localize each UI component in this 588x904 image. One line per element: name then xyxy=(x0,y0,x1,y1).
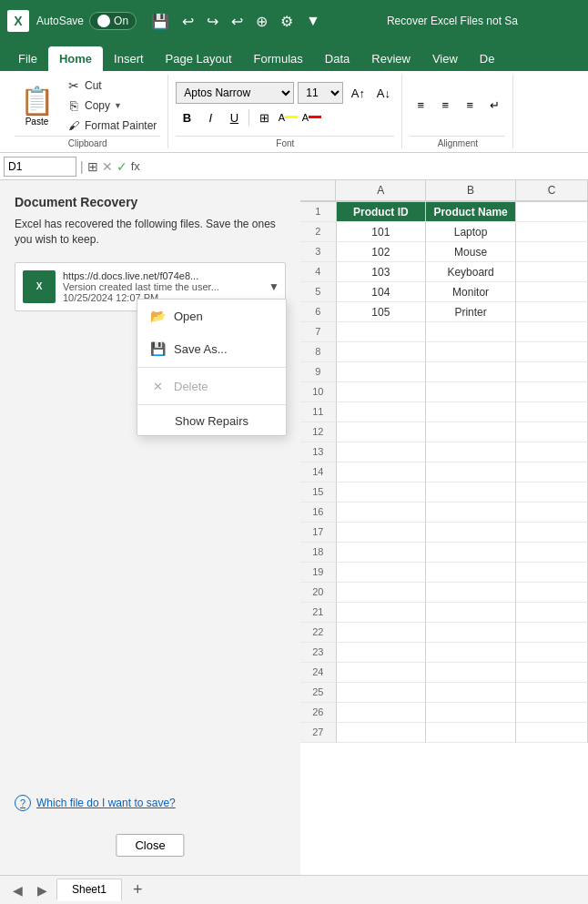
undo-icon[interactable]: ↩ xyxy=(178,11,198,32)
cell-a23[interactable] xyxy=(337,643,427,663)
cell-b22[interactable] xyxy=(426,623,516,643)
add-icon[interactable]: ⊕ xyxy=(252,11,271,32)
repeat-icon[interactable]: ↩ xyxy=(228,11,247,32)
cell-b16[interactable] xyxy=(426,503,516,523)
cell-c7[interactable] xyxy=(516,322,588,342)
cell-c26[interactable] xyxy=(516,703,588,723)
cell-a3[interactable]: 102 xyxy=(337,242,427,262)
cell-c1[interactable] xyxy=(516,202,588,222)
font-family-select[interactable]: Aptos Narrow xyxy=(176,82,294,104)
underline-button[interactable]: U xyxy=(223,107,245,128)
cell-c27[interactable] xyxy=(516,723,588,743)
cell-a26[interactable] xyxy=(337,703,427,723)
cell-c24[interactable] xyxy=(516,663,588,683)
align-left-button[interactable]: ≡ xyxy=(410,95,431,117)
cell-c25[interactable] xyxy=(516,683,588,703)
align-right-button[interactable]: ≡ xyxy=(459,95,481,117)
cell-a6[interactable]: 105 xyxy=(337,302,427,322)
align-center-button[interactable]: ≡ xyxy=(434,95,456,117)
cell-a20[interactable] xyxy=(337,583,427,603)
formula-confirm-icon[interactable]: ✓ xyxy=(117,159,127,174)
tab-insert[interactable]: Insert xyxy=(103,46,155,71)
cell-a11[interactable] xyxy=(337,402,427,422)
cell-a4[interactable]: 103 xyxy=(337,262,427,282)
increase-font-button[interactable]: A↑ xyxy=(347,82,369,104)
cell-c9[interactable] xyxy=(516,362,588,382)
tab-view[interactable]: View xyxy=(421,46,469,71)
tab-home[interactable]: Home xyxy=(48,46,103,71)
save-icon[interactable]: 💾 xyxy=(147,11,173,32)
cell-b2[interactable]: Laptop xyxy=(426,222,516,242)
cell-c17[interactable] xyxy=(516,523,588,543)
cell-a18[interactable] xyxy=(337,543,427,563)
cell-a21[interactable] xyxy=(337,603,427,623)
cell-b24[interactable] xyxy=(426,663,516,683)
formula-expand-icon[interactable]: ⊞ xyxy=(87,159,98,174)
decrease-font-button[interactable]: A↓ xyxy=(372,82,394,104)
cell-b14[interactable] xyxy=(426,462,516,482)
tab-file[interactable]: File xyxy=(7,46,48,71)
sheet-tab-sheet1[interactable]: Sheet1 xyxy=(56,879,122,901)
cell-b9[interactable] xyxy=(426,362,516,382)
cell-b8[interactable] xyxy=(426,342,516,362)
cell-b6[interactable]: Printer xyxy=(426,302,516,322)
cell-c21[interactable] xyxy=(516,603,588,623)
settings-icon[interactable]: ⚙ xyxy=(277,11,297,32)
sheet-prev-arrow[interactable]: ◀ xyxy=(7,881,28,899)
cell-c11[interactable] xyxy=(516,402,588,422)
cell-c20[interactable] xyxy=(516,583,588,603)
cell-b17[interactable] xyxy=(426,523,516,543)
copy-button[interactable]: Copy ▼ xyxy=(63,96,160,115)
cell-a17[interactable] xyxy=(337,523,427,543)
cell-b27[interactable] xyxy=(426,723,516,743)
cell-b15[interactable] xyxy=(426,482,516,503)
cell-c13[interactable] xyxy=(516,442,588,462)
bold-button[interactable]: B xyxy=(176,107,198,128)
ctx-show-repairs[interactable]: Show Repairs xyxy=(137,407,286,435)
cell-b18[interactable] xyxy=(426,543,516,563)
cell-a10[interactable] xyxy=(337,382,427,402)
cell-a15[interactable] xyxy=(337,482,427,503)
autosave-toggle[interactable]: On xyxy=(89,12,137,30)
cell-c23[interactable] xyxy=(516,643,588,663)
cell-b13[interactable] xyxy=(426,442,516,462)
cell-b3[interactable]: Mouse xyxy=(426,242,516,262)
cell-b10[interactable] xyxy=(426,382,516,402)
cell-a7[interactable] xyxy=(337,322,427,342)
formula-cancel-icon[interactable]: ✕ xyxy=(102,159,113,174)
cell-b23[interactable] xyxy=(426,643,516,663)
cell-a13[interactable] xyxy=(337,442,427,462)
copy-dropdown-arrow[interactable]: ▼ xyxy=(114,101,122,110)
close-button[interactable]: Close xyxy=(116,834,184,857)
sheet-next-arrow[interactable]: ▶ xyxy=(32,881,53,899)
cell-b5[interactable]: Monitor xyxy=(426,282,516,302)
tab-page-layout[interactable]: Page Layout xyxy=(155,46,243,71)
cell-c2[interactable] xyxy=(516,222,588,242)
ctx-save-as[interactable]: Save As... xyxy=(137,332,286,365)
cell-c5[interactable] xyxy=(516,282,588,302)
cell-a24[interactable] xyxy=(337,663,427,683)
font-color-button[interactable]: A xyxy=(300,107,322,128)
cell-b25[interactable] xyxy=(426,683,516,703)
cell-c14[interactable] xyxy=(516,462,588,482)
cell-a19[interactable] xyxy=(337,563,427,583)
cell-c22[interactable] xyxy=(516,623,588,643)
fill-color-button[interactable]: A xyxy=(277,107,299,128)
redo-icon[interactable]: ↪ xyxy=(203,11,222,32)
cell-a14[interactable] xyxy=(337,462,427,482)
ctx-open[interactable]: Open xyxy=(137,300,286,332)
cell-a2[interactable]: 101 xyxy=(337,222,427,242)
cell-c8[interactable] xyxy=(516,342,588,362)
cell-a9[interactable] xyxy=(337,362,427,382)
cell-b7[interactable] xyxy=(426,322,516,342)
cell-c4[interactable] xyxy=(516,262,588,282)
italic-button[interactable]: I xyxy=(199,107,221,128)
cell-b20[interactable] xyxy=(426,583,516,603)
cell-b4[interactable]: Keyboard xyxy=(426,262,516,282)
format-painter-button[interactable]: Format Painter xyxy=(63,117,160,135)
cell-reference[interactable] xyxy=(4,157,76,177)
tab-developer[interactable]: De xyxy=(469,46,506,71)
cell-b21[interactable] xyxy=(426,603,516,623)
border-button[interactable]: ⊞ xyxy=(253,107,275,128)
cell-c18[interactable] xyxy=(516,543,588,563)
